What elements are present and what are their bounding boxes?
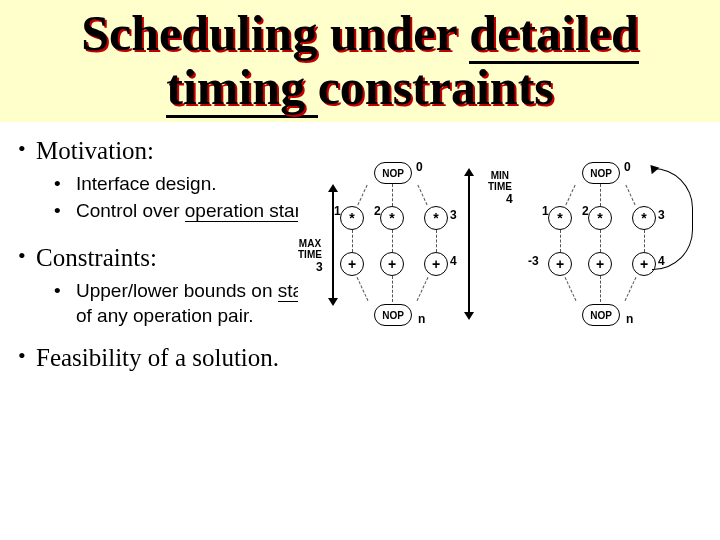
bullet-dot: • [18,343,36,369]
bullet-dot: • [18,136,36,162]
bullet-dot: • [54,172,76,196]
feedback-arc [652,168,693,270]
node-plus: + [380,252,404,276]
node-star: * [380,206,404,230]
dag-diagram: NOP 0 * 1 * 2 * 3 + + + 4 NOP n MAX TIME… [298,160,706,370]
title-p4: constraints [318,59,554,115]
bullet-dot: • [54,279,76,303]
node-nop-bottom: NOP [374,304,412,326]
node-star: * [424,206,448,230]
node-star: * [340,206,364,230]
dag-left: NOP 0 * 1 * 2 * 3 + + + 4 NOP n MAX TIME… [302,160,502,360]
slide-header: Scheduling under detailed timing constra… [0,0,720,122]
node-nop-top: NOP [582,162,620,184]
node-plus: + [340,252,364,276]
node-star: * [588,206,612,230]
slide-title: Scheduling under detailed timing constra… [10,6,710,114]
node-plus: + [588,252,612,276]
title-p3: timing [166,59,317,118]
dag-right: NOP 0 * 1 * 2 * 3 + + + 4 -3 NOP n MIN T… [510,160,710,360]
node-nop-bottom: NOP [582,304,620,326]
bullet-dot: • [18,243,36,269]
node-star: * [548,206,572,230]
node-plus: + [424,252,448,276]
node-nop-top: NOP [374,162,412,184]
bullet-dot: • [54,199,76,223]
title-p1: Scheduling under [81,5,469,61]
node-plus: + [548,252,572,276]
title-p2: detailed [469,5,638,64]
